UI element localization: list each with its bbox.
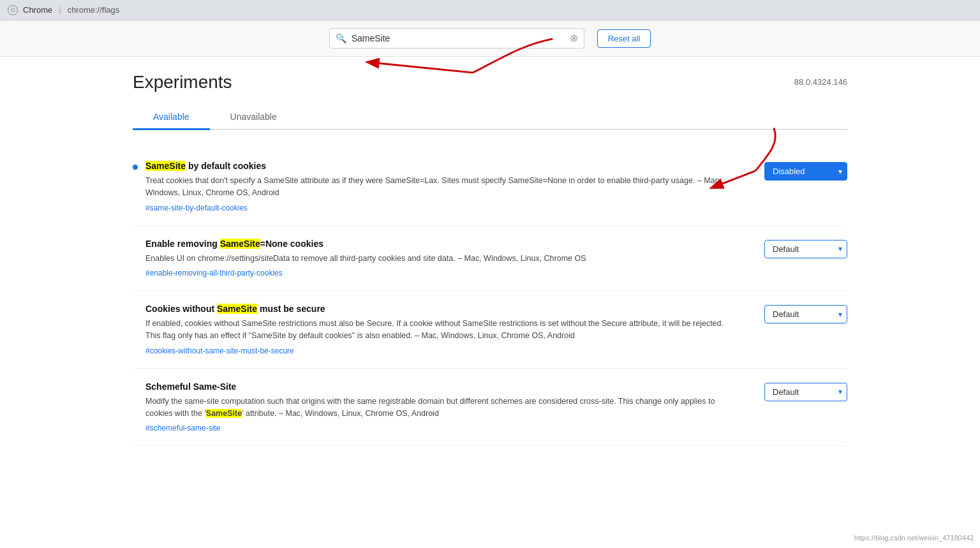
- reset-all-button[interactable]: Reset all: [597, 29, 651, 48]
- flag-title: Enable removing SameSite=None cookies: [145, 239, 739, 249]
- flag-content: Schemeful Same-Site Modify the same-site…: [133, 381, 739, 433]
- select-wrapper-4: Default Enabled Disabled: [764, 383, 847, 401]
- flag-select-2[interactable]: Default Enabled Disabled: [764, 240, 847, 258]
- app-name: Chrome: [23, 5, 52, 15]
- flag-description: Treat cookies that don't specify a SameS…: [145, 175, 739, 199]
- flag-title: Schemeful Same-Site: [145, 381, 739, 392]
- flag-select-4[interactable]: Default Enabled Disabled: [764, 383, 847, 401]
- flag-select-1[interactable]: Default Enabled Disabled: [764, 162, 847, 181]
- flag-content: Cookies without SameSite must be secure …: [133, 304, 739, 355]
- flag-control: Default Enabled Disabled: [764, 162, 847, 181]
- select-wrapper-3: Default Enabled Disabled: [764, 305, 847, 323]
- title-separator: |: [59, 5, 61, 15]
- flag-description: Enables UI on chrome://settings/siteData…: [145, 253, 739, 265]
- flag-list: SameSite by default cookies Treat cookie…: [133, 148, 847, 446]
- flag-dot: [133, 165, 138, 170]
- search-icon: 🔍: [336, 33, 346, 43]
- flag-description: Modify the same-site computation such th…: [145, 396, 739, 420]
- flag-title: SameSite by default cookies: [145, 161, 739, 171]
- flag-link[interactable]: #schemeful-same-site: [145, 424, 220, 433]
- experiments-header: Experiments 88.0.4324.146: [133, 72, 847, 93]
- title-bar: ⊙ Chrome | chrome://flags: [0, 0, 980, 20]
- top-bar: 🔍 ⊗ Reset all: [0, 20, 980, 57]
- flag-link[interactable]: #cookies-without-same-site-must-be-secur…: [145, 346, 294, 355]
- flag-link[interactable]: #same-site-by-default-cookies: [145, 204, 248, 212]
- flag-select-3[interactable]: Default Enabled Disabled: [764, 305, 847, 323]
- flag-content: SameSite by default cookies Treat cookie…: [133, 161, 739, 212]
- flag-control: Default Enabled Disabled: [764, 305, 847, 323]
- select-wrapper-2: Default Enabled Disabled: [764, 240, 847, 258]
- flag-link[interactable]: #enable-removing-all-third-party-cookies: [145, 269, 283, 278]
- browser-icon: ⊙: [8, 5, 18, 15]
- flag-content: Enable removing SameSite=None cookies En…: [133, 239, 739, 278]
- clear-icon[interactable]: ⊗: [570, 33, 578, 43]
- select-wrapper: Default Enabled Disabled: [764, 162, 847, 181]
- flag-item: Schemeful Same-Site Modify the same-site…: [133, 369, 847, 447]
- page-title: Experiments: [133, 72, 232, 93]
- watermark: https://blog.csdn.net/weixin_47180442: [854, 534, 974, 542]
- tab-unavailable[interactable]: Unavailable: [210, 105, 297, 130]
- url-bar: chrome://flags: [68, 5, 120, 15]
- flag-description: If enabled, cookies without SameSite res…: [145, 318, 739, 342]
- flag-control: Default Enabled Disabled: [764, 240, 847, 258]
- version-text: 88.0.4324.146: [794, 77, 847, 87]
- flag-item: Cookies without SameSite must be secure …: [133, 291, 847, 369]
- flag-title: Cookies without SameSite must be secure: [145, 304, 739, 314]
- search-input[interactable]: [329, 28, 584, 48]
- flag-item: SameSite by default cookies Treat cookie…: [133, 148, 847, 226]
- search-container: 🔍 ⊗: [329, 28, 584, 48]
- flag-control: Default Enabled Disabled: [764, 383, 847, 401]
- flag-item: Enable removing SameSite=None cookies En…: [133, 226, 847, 292]
- tab-available[interactable]: Available: [133, 105, 210, 130]
- tabs-container: Available Unavailable: [133, 105, 847, 130]
